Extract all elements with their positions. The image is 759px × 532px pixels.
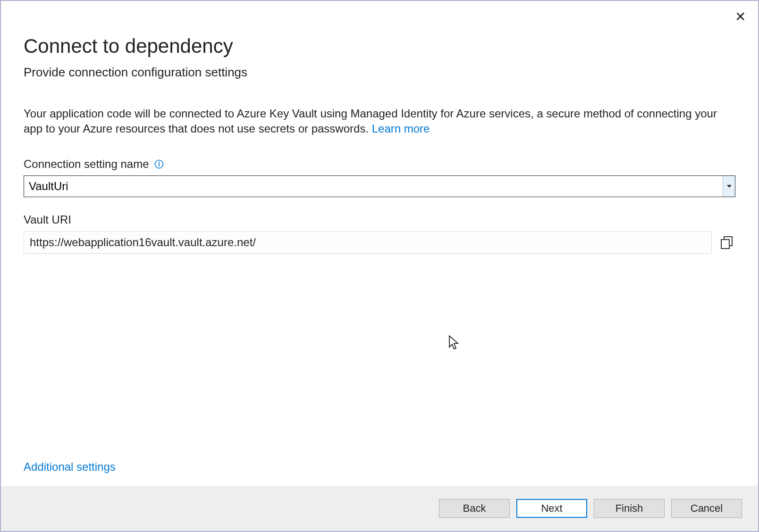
vault-uri-label-row: Vault URI: [24, 213, 735, 226]
dialog-window: ✕ Connect to dependency Provide connecti…: [0, 0, 759, 532]
next-button[interactable]: Next: [516, 499, 587, 518]
description-prefix: Your application code will be connected …: [24, 107, 717, 135]
finish-button[interactable]: Finish: [594, 499, 665, 518]
vault-uri-row: https://webapplication16vault.vault.azur…: [24, 231, 735, 254]
dialog-subtitle: Provide connection configuration setting…: [24, 65, 735, 80]
connection-setting-input[interactable]: [24, 176, 723, 197]
chevron-down-icon: [727, 185, 732, 188]
vault-uri-label: Vault URI: [24, 213, 71, 226]
learn-more-link[interactable]: Learn more: [372, 122, 430, 135]
connection-setting-label: Connection setting name: [24, 158, 149, 171]
dialog-title: Connect to dependency: [24, 35, 735, 58]
connection-setting-combo[interactable]: [24, 175, 735, 197]
connection-label-row: Connection setting name: [24, 158, 735, 171]
copy-icon: [720, 235, 734, 249]
vault-uri-value: https://webapplication16vault.vault.azur…: [24, 231, 712, 254]
dropdown-button[interactable]: [723, 176, 735, 197]
svg-point-1: [158, 161, 160, 163]
svg-rect-2: [159, 163, 160, 166]
back-button[interactable]: Back: [439, 499, 510, 518]
footer-bar: Back Next Finish Cancel: [1, 486, 758, 531]
description-text: Your application code will be connected …: [24, 106, 735, 137]
content-area: Connect to dependency Provide connection…: [1, 1, 758, 486]
info-icon[interactable]: [154, 159, 164, 169]
svg-rect-4: [721, 240, 729, 249]
cancel-button[interactable]: Cancel: [671, 499, 742, 518]
additional-settings-link[interactable]: Additional settings: [24, 460, 735, 474]
copy-button[interactable]: [718, 234, 735, 251]
close-button[interactable]: ✕: [735, 10, 746, 24]
